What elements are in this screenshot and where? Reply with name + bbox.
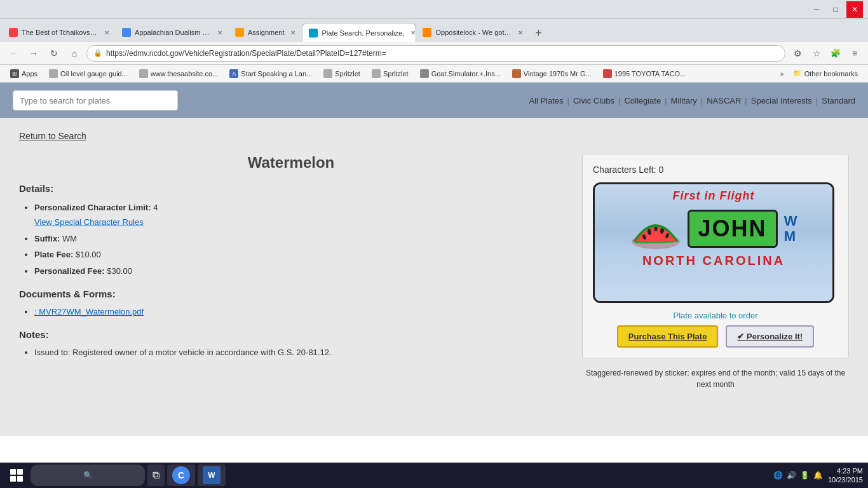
personalize-button[interactable]: ✔ Personalize It! (726, 325, 814, 348)
bookmark-toyota[interactable]: 1995 TOYOTA TACO... (598, 67, 691, 81)
tab-label: Assignment (248, 29, 284, 36)
bookmark-spritzlet1[interactable]: Spritzlet (318, 67, 365, 81)
minimize-button[interactable]: ─ (808, 1, 825, 18)
taskbar-search-button[interactable]: 🔍 (31, 464, 145, 486)
search-bar-area: All Plates | Civic Clubs | Collegiate | … (13, 90, 855, 111)
bookmark-favicon (603, 69, 612, 78)
plate-middle: JOHN WM (595, 207, 832, 251)
reload-button[interactable]: ↻ (46, 45, 62, 62)
bookmark-apps[interactable]: ⊞ Apps (5, 67, 43, 81)
notification-icon[interactable]: 🔔 (813, 471, 823, 480)
notes-list: Issued to: Registered owner of a motor v… (19, 345, 563, 360)
left-panel: Watermelon Details: Personalized Charact… (19, 154, 563, 390)
tab-bar: The Best of Tchaikovsk... ✕ Appalachian … (0, 19, 868, 42)
star-icon[interactable]: ☆ (808, 45, 825, 62)
tab-favicon (122, 28, 131, 37)
bookmarks-more-button[interactable]: » (778, 70, 787, 78)
license-plate: First in Flight (593, 182, 834, 303)
char-limit-label: Personalized Character Limit: (34, 203, 151, 212)
notes-text: Issued to: Registered owner of a motor v… (34, 348, 332, 357)
tab-appalachian[interactable]: Appalachian Dualism - Go... ✕ (116, 23, 229, 42)
url-text: https://edmv.ncdot.gov/VehicleRegistrati… (106, 49, 778, 58)
bookmark-goat[interactable]: Goat.Simulator.+.Ins... (415, 67, 506, 81)
bookmark-favicon (49, 69, 58, 78)
tab-close-icon[interactable]: ✕ (104, 29, 109, 36)
nav-nascar[interactable]: NASCAR (707, 96, 741, 105)
tab-oppositelock[interactable]: Oppositelock - We gotta ... ✕ (416, 23, 529, 42)
tab-assignment[interactable]: Assignment ✕ (229, 23, 302, 42)
special-char-rules-link[interactable]: View Special Character Rules (34, 217, 144, 227)
return-to-search-link[interactable]: Return to Search (19, 131, 86, 141)
bookmark-spritzlet2[interactable]: Spritzlet (367, 67, 414, 81)
suffix-item: Suffix: WM (34, 231, 563, 246)
close-window-button[interactable]: ✕ (846, 1, 863, 18)
address-bar: ← → ↻ ⌂ 🔒 https://edmv.ncdot.gov/Vehicle… (0, 42, 868, 65)
svg-point-3 (654, 226, 657, 231)
bookmark-speaking[interactable]: A Start Speaking a Lan... (224, 67, 317, 81)
puzzle-icon[interactable]: 🧩 (827, 45, 844, 62)
tab-close-icon[interactable]: ✕ (290, 29, 295, 36)
taskbar-search-label: 🔍 (83, 471, 93, 480)
notes-heading: Notes: (19, 329, 563, 340)
bookmark-label: Start Speaking a Lan... (241, 70, 312, 78)
other-bookmarks-button[interactable]: 📁 Other bookmarks (788, 69, 863, 78)
personalized-fee-label: Personalized Fee: (34, 266, 105, 276)
url-bar[interactable]: 🔒 https://edmv.ncdot.gov/VehicleRegistra… (86, 45, 785, 62)
nav-separator: | (701, 96, 703, 105)
volume-icon[interactable]: 🔊 (787, 471, 796, 480)
taskbar-word-button[interactable]: W (198, 464, 226, 486)
home-button[interactable]: ⌂ (66, 45, 83, 62)
plate-search-input[interactable] (13, 90, 178, 111)
nav-civic-clubs[interactable]: Civic Clubs (573, 96, 614, 105)
bookmark-saab[interactable]: www.thesaabsite.co... (134, 67, 223, 81)
task-view-icon: ⧉ (153, 470, 159, 481)
tab-close-icon[interactable]: ✕ (518, 29, 523, 36)
taskbar-chrome-button[interactable]: C (167, 464, 195, 486)
word-icon: W (203, 466, 220, 484)
nav-separator: | (567, 96, 569, 105)
purchase-plate-button[interactable]: Purchase This Plate (617, 325, 719, 348)
chrome-menu-icon[interactable]: ≡ (846, 45, 863, 62)
bookmark-label: www.thesaabsite.co... (151, 70, 218, 78)
plate-number-text: JOHN (698, 215, 767, 242)
bookmark-vintage[interactable]: Vintage 1970s Mr G... (507, 67, 597, 81)
taskbar-right: 🌐 🔊 🔋 🔔 4:23 PM 10/23/2015 (773, 466, 863, 485)
nav-standard[interactable]: Standard (822, 96, 855, 105)
bookmark-favicon (372, 69, 381, 78)
maximize-button[interactable]: □ (827, 1, 844, 18)
watermelon-image (630, 207, 681, 251)
tab-tchaikovsky[interactable]: The Best of Tchaikovsk... ✕ (3, 23, 116, 42)
forward-button[interactable]: → (25, 45, 42, 62)
details-section: Details: Personalized Character Limit: 4… (19, 183, 563, 278)
network-icon[interactable]: 🌐 (773, 471, 783, 480)
characters-left: Characters Left: 0 (593, 165, 838, 175)
nav-collegiate[interactable]: Collegiate (624, 96, 661, 105)
right-panel: Characters Left: 0 First in Flight (582, 154, 849, 390)
tab-favicon (309, 29, 318, 37)
time-text: 4:23 PM (828, 466, 863, 475)
nav-special-interests[interactable]: Special Interests (751, 96, 812, 105)
doc-link[interactable]: : MVR27WM_Watermelon.pdf (34, 307, 144, 316)
taskbar-task-view-button[interactable]: ⧉ (147, 464, 165, 486)
back-button[interactable]: ← (5, 45, 22, 62)
nav-all-plates[interactable]: All Plates (529, 96, 563, 105)
plate-title: Watermelon (19, 154, 563, 172)
extensions-icon[interactable]: ⚙ (789, 45, 806, 62)
window-controls: ─ □ ✕ (808, 0, 863, 19)
battery-icon[interactable]: 🔋 (800, 471, 810, 480)
plate-card: Characters Left: 0 First in Flight (582, 154, 849, 358)
start-button[interactable] (5, 464, 28, 487)
tab-plate-search[interactable]: Plate Search, Personalize, ✕ (302, 23, 416, 42)
bookmark-oil[interactable]: Oil level gauge guid... (44, 67, 133, 81)
bookmark-favicon: A (229, 69, 238, 78)
nav-separator: | (745, 96, 747, 105)
bookmark-label: Apps (22, 70, 37, 78)
tab-close-icon[interactable]: ✕ (217, 29, 222, 36)
page-wrapper: All Plates | Civic Clubs | Collegiate | … (0, 83, 868, 463)
nav-military[interactable]: Military (671, 96, 697, 105)
new-tab-button[interactable]: + (529, 24, 547, 42)
tab-close-icon[interactable]: ✕ (410, 29, 416, 36)
nav-separator: | (618, 96, 620, 105)
suffix-label: Suffix: (34, 234, 60, 243)
plate-wm-text: WM (784, 214, 797, 244)
